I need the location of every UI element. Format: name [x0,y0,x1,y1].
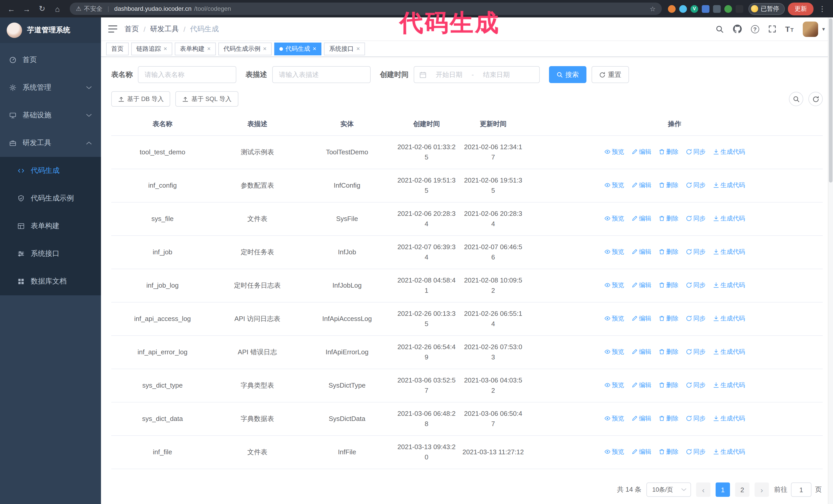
generate-code-link[interactable]: 生成代码 [713,180,745,190]
edit-link[interactable]: 编辑 [631,313,651,323]
sidebar-item-db-doc[interactable]: 数据库文档 [0,268,101,295]
extension-icon[interactable] [702,5,710,13]
delete-link[interactable]: 删除 [659,447,679,457]
sidebar-item-system[interactable]: 系统管理 [0,74,101,101]
extension-icon[interactable] [713,5,721,13]
search-button[interactable]: 搜索 [549,66,587,83]
edit-link[interactable]: 编辑 [631,413,651,424]
sync-link[interactable]: 同步 [686,213,706,223]
breadcrumb-dev-tools[interactable]: 研发工具 [150,24,179,33]
sidebar-item-dev-tools[interactable]: 研发工具 [0,129,101,157]
reload-icon[interactable]: ↻ [36,3,48,15]
close-icon[interactable]: × [356,46,360,52]
tab-form-builder[interactable]: 表单构建× [175,42,216,55]
browser-menu-icon[interactable]: ⋮ [816,5,828,13]
sync-link[interactable]: 同步 [686,313,706,323]
sync-link[interactable]: 同步 [686,346,706,357]
paused-badge[interactable]: 已暂停 [748,3,785,15]
delete-link[interactable]: 删除 [659,413,679,424]
toggle-search-button[interactable] [789,92,803,106]
sync-link[interactable]: 同步 [686,380,706,390]
date-range-picker[interactable]: - [414,66,540,83]
user-menu[interactable]: ▼ [803,21,826,37]
sidebar-item-codegen-example[interactable]: 代码生成示例 [0,185,101,212]
date-start-input[interactable] [430,71,469,78]
sidebar-item-infra[interactable]: 基础设施 [0,101,101,129]
logo[interactable]: 芋道管理系统 [0,18,101,43]
sync-link[interactable]: 同步 [686,180,706,190]
edit-link[interactable]: 编辑 [631,180,651,190]
page-size-select[interactable]: 10条/页 [647,482,691,497]
preview-link[interactable]: 预览 [604,213,624,223]
preview-link[interactable]: 预览 [604,413,624,424]
next-page-button[interactable]: › [755,482,769,497]
table-name-input[interactable] [138,66,236,83]
sync-link[interactable]: 同步 [686,447,706,457]
generate-code-link[interactable]: 生成代码 [713,280,745,290]
preview-link[interactable]: 预览 [604,247,624,257]
preview-link[interactable]: 预览 [604,180,624,190]
page-button-1[interactable]: 1 [716,482,730,497]
edit-link[interactable]: 编辑 [631,346,651,357]
generate-code-link[interactable]: 生成代码 [713,346,745,357]
address-bar[interactable]: ⚠ 不安全 | dashboard.yudao.iocoder.cn/tool/… [70,3,662,15]
bookmark-star-icon[interactable]: ☆ [650,5,656,13]
extension-icon[interactable] [668,5,675,13]
tab-api[interactable]: 系统接口× [324,42,365,55]
tab-codegen[interactable]: 代码生成× [274,42,322,55]
close-icon[interactable]: × [164,46,167,52]
extension-icon[interactable]: V [690,5,698,13]
edit-link[interactable]: 编辑 [631,147,651,157]
delete-link[interactable]: 删除 [659,147,679,157]
preview-link[interactable]: 预览 [604,380,624,390]
tab-codegen-example[interactable]: 代码生成示例× [218,42,272,55]
date-end-input[interactable] [477,71,516,78]
table-desc-input[interactable] [272,66,371,83]
prev-page-button[interactable]: ‹ [696,482,711,497]
edit-link[interactable]: 编辑 [631,280,651,290]
preview-link[interactable]: 预览 [604,313,624,323]
update-button[interactable]: 更新 [788,2,813,15]
preview-link[interactable]: 预览 [604,147,624,157]
generate-code-link[interactable]: 生成代码 [713,413,745,424]
close-icon[interactable]: × [313,46,316,52]
edit-link[interactable]: 编辑 [631,247,651,257]
search-icon[interactable] [716,25,724,33]
extensions-puzzle-icon[interactable] [736,5,743,13]
edit-link[interactable]: 编辑 [631,213,651,223]
breadcrumb-home[interactable]: 首页 [124,24,139,33]
extension-icon[interactable] [679,5,687,13]
generate-code-link[interactable]: 生成代码 [713,313,745,323]
sync-link[interactable]: 同步 [686,147,706,157]
tab-tracing[interactable]: 链路追踪× [131,42,172,55]
goto-page-input[interactable] [791,482,811,497]
generate-code-link[interactable]: 生成代码 [713,447,745,457]
font-size-icon[interactable]: TT [785,25,794,33]
close-icon[interactable]: × [263,46,266,52]
close-icon[interactable]: × [207,46,211,52]
fullscreen-icon[interactable] [768,25,776,33]
help-icon[interactable]: ? [751,25,759,33]
delete-link[interactable]: 删除 [659,346,679,357]
reset-button[interactable]: 重置 [592,66,629,83]
generate-code-link[interactable]: 生成代码 [713,380,745,390]
back-icon[interactable]: ← [5,3,18,15]
refresh-table-button[interactable] [808,92,823,106]
github-icon[interactable] [733,25,742,33]
extension-icon[interactable] [724,5,732,13]
sidebar-item-home[interactable]: 首页 [0,46,101,74]
delete-link[interactable]: 删除 [659,247,679,257]
home-icon[interactable]: ⌂ [51,3,64,15]
sync-link[interactable]: 同步 [686,247,706,257]
edit-link[interactable]: 编辑 [631,380,651,390]
sidebar-item-api[interactable]: 系统接口 [0,240,101,268]
forward-icon[interactable]: → [21,3,33,15]
sidebar-item-form-builder[interactable]: 表单构建 [0,212,101,240]
delete-link[interactable]: 删除 [659,280,679,290]
page-button-2[interactable]: 2 [735,482,749,497]
delete-link[interactable]: 删除 [659,380,679,390]
sync-link[interactable]: 同步 [686,413,706,424]
preview-link[interactable]: 预览 [604,447,624,457]
preview-link[interactable]: 预览 [604,346,624,357]
delete-link[interactable]: 删除 [659,213,679,223]
